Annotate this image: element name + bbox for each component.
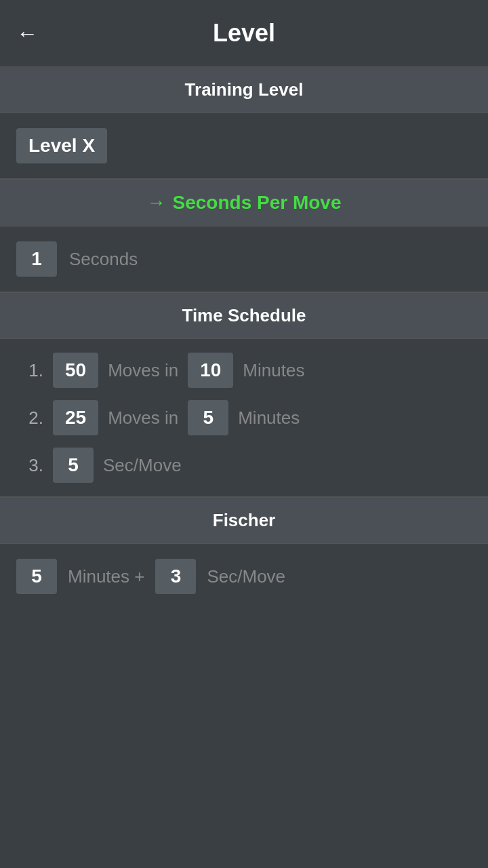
fischer-sec-value[interactable]: 3 xyxy=(155,559,196,594)
row-3-number: 3. xyxy=(16,455,43,476)
spm-value[interactable]: 1 xyxy=(16,241,57,277)
row-3-moves-label: Sec/Move xyxy=(103,455,182,476)
row-2-time-label: Minutes xyxy=(238,408,300,429)
fischer-sec-label: Sec/Move xyxy=(207,566,285,587)
row-2-time-value[interactable]: 5 xyxy=(188,400,228,435)
spm-row: 1 Seconds xyxy=(0,226,488,292)
time-schedule-body: 1. 50 Moves in 10 Minutes 2. 25 Moves in… xyxy=(0,339,488,496)
seconds-per-move-section-header[interactable]: → Seconds Per Move xyxy=(0,179,488,226)
row-2-moves-value[interactable]: 25 xyxy=(53,400,98,435)
training-level-section-header: Training Level xyxy=(0,66,488,113)
time-schedule-section-header: Time Schedule xyxy=(0,292,488,339)
row-1-number: 1. xyxy=(16,360,43,381)
schedule-row-1: 1. 50 Moves in 10 Minutes xyxy=(16,353,472,388)
spm-label: Seconds Per Move xyxy=(173,192,342,214)
row-3-moves-value[interactable]: 5 xyxy=(53,448,94,483)
fischer-minutes-label: Minutes + xyxy=(68,566,144,587)
row-1-time-value[interactable]: 10 xyxy=(188,353,233,388)
page-title: Level xyxy=(213,19,275,47)
training-level-row: Level X xyxy=(0,113,488,178)
arrow-icon: → xyxy=(147,192,166,214)
row-2-number: 2. xyxy=(16,408,43,429)
spm-unit-label: Seconds xyxy=(69,249,138,270)
fischer-body: 5 Minutes + 3 Sec/Move xyxy=(0,544,488,609)
row-1-moves-value[interactable]: 50 xyxy=(53,353,98,388)
header: ← Level xyxy=(0,0,488,66)
row-1-time-label: Minutes xyxy=(243,360,304,381)
fischer-minutes-value[interactable]: 5 xyxy=(16,559,57,594)
row-1-moves-label: Moves in xyxy=(108,360,178,381)
schedule-row-2: 2. 25 Moves in 5 Minutes xyxy=(16,400,472,435)
back-button[interactable]: ← xyxy=(16,22,38,44)
schedule-row-3: 3. 5 Sec/Move xyxy=(16,448,472,483)
level-value[interactable]: Level X xyxy=(16,128,107,163)
row-2-moves-label: Moves in xyxy=(108,408,178,429)
fischer-section-header: Fischer xyxy=(0,497,488,544)
